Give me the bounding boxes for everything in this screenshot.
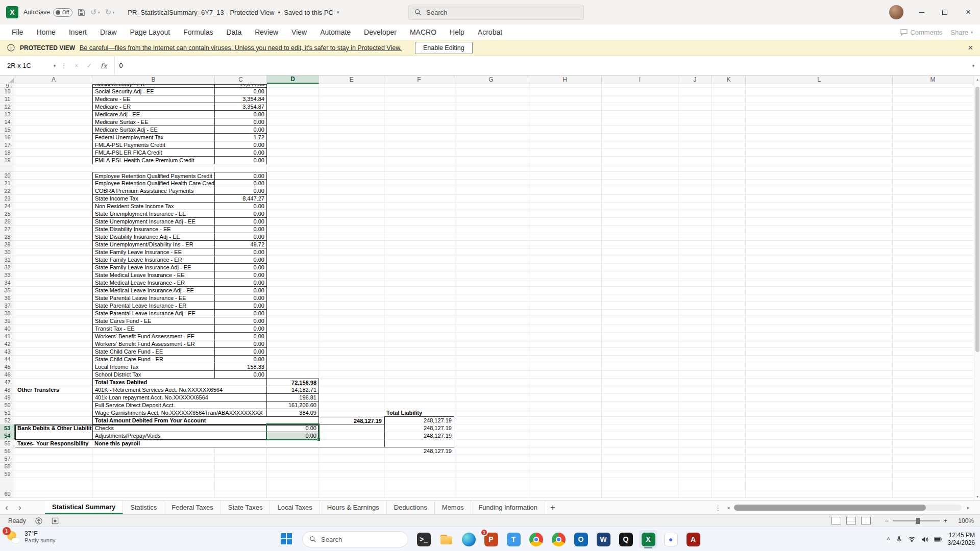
cell-J45[interactable] <box>678 363 712 371</box>
cell-A57[interactable] <box>15 455 92 463</box>
cell-G53[interactable] <box>454 424 528 432</box>
cell-K58[interactable] <box>712 463 746 470</box>
cell-A27[interactable] <box>15 226 92 233</box>
cell-D17[interactable] <box>267 141 319 149</box>
cell-J46[interactable] <box>678 371 712 379</box>
cell-F52[interactable]: 248,127.19 <box>384 417 454 424</box>
cell-M44[interactable] <box>893 356 973 363</box>
cell-L31[interactable] <box>746 256 893 264</box>
cell-K43[interactable] <box>712 348 746 356</box>
cell-D31[interactable] <box>267 256 319 264</box>
cell-G16[interactable] <box>454 134 528 141</box>
cell-E18[interactable] <box>319 149 384 157</box>
cell-empty[interactable] <box>678 478 712 490</box>
row-header-30[interactable]: 30 <box>0 248 15 256</box>
cell-A48[interactable]: Other Transfers <box>15 386 92 394</box>
cell-A29[interactable] <box>15 241 92 248</box>
cell-F35[interactable] <box>384 287 454 294</box>
microphone-icon[interactable] <box>896 536 902 543</box>
cell-A35[interactable] <box>15 287 92 294</box>
cell-D59[interactable] <box>267 470 319 478</box>
cell-I10[interactable] <box>602 88 678 95</box>
zoom-in-icon[interactable]: + <box>944 517 947 524</box>
cell-I15[interactable] <box>602 126 678 134</box>
taskbar-app-word[interactable]: W <box>594 530 612 548</box>
cell-empty[interactable] <box>893 164 973 172</box>
cell-J49[interactable] <box>678 394 712 402</box>
cell-I28[interactable] <box>602 233 678 241</box>
cell-F56[interactable]: 248,127.19 <box>384 447 454 455</box>
cell-B18[interactable]: FMLA-PSL ER FICA Credit <box>92 149 215 157</box>
save-button[interactable] <box>78 9 85 16</box>
cell-J18[interactable] <box>678 149 712 157</box>
cell-M54[interactable] <box>893 432 973 440</box>
cell-E42[interactable] <box>319 340 384 348</box>
cell-D9[interactable] <box>267 84 319 88</box>
weather-widget[interactable]: 1 37°F Partly sunny <box>6 530 56 544</box>
cell-H29[interactable] <box>528 241 602 248</box>
cell-F43[interactable] <box>384 348 454 356</box>
cell-K44[interactable] <box>712 356 746 363</box>
cell-A53[interactable]: Bank Debits & Other Liability <box>15 424 92 432</box>
cell-J12[interactable] <box>678 103 712 111</box>
row-header-20[interactable]: 20 <box>0 172 15 180</box>
cell-F12[interactable] <box>384 103 454 111</box>
cell-A20[interactable] <box>15 172 92 180</box>
cell-C9[interactable]: 14,544.53 <box>215 84 267 88</box>
cell-C43[interactable]: 0.00 <box>215 348 267 356</box>
cell-J22[interactable] <box>678 187 712 195</box>
cell-L30[interactable] <box>746 248 893 256</box>
cell-G60[interactable] <box>454 490 528 498</box>
cell-L36[interactable] <box>746 294 893 302</box>
cell-M27[interactable] <box>893 226 973 233</box>
cell-E14[interactable] <box>319 118 384 126</box>
row-header-15[interactable]: 15 <box>0 126 15 134</box>
cell-F14[interactable] <box>384 118 454 126</box>
cell-G59[interactable] <box>454 470 528 478</box>
row-header-28[interactable]: 28 <box>0 233 15 241</box>
enable-editing-button[interactable]: Enable Editing <box>415 42 473 54</box>
cell-J48[interactable] <box>678 386 712 394</box>
cell-B31[interactable]: State Family Leave Insurance - ER <box>92 256 215 264</box>
cell-A46[interactable] <box>15 371 92 379</box>
cell-M35[interactable] <box>893 287 973 294</box>
cell-H18[interactable] <box>528 149 602 157</box>
close-button[interactable]: × <box>957 0 980 24</box>
cell-A41[interactable] <box>15 333 92 340</box>
cell-M33[interactable] <box>893 271 973 279</box>
cell-G30[interactable] <box>454 248 528 256</box>
cell-M43[interactable] <box>893 348 973 356</box>
cell-I12[interactable] <box>602 103 678 111</box>
cell-D40[interactable] <box>267 325 319 333</box>
cell-F23[interactable] <box>384 195 454 203</box>
cell-G56[interactable] <box>454 447 528 455</box>
cell-M51[interactable] <box>893 409 973 417</box>
cell-J17[interactable] <box>678 141 712 149</box>
cell-J28[interactable] <box>678 233 712 241</box>
cell-G44[interactable] <box>454 356 528 363</box>
cell-L54[interactable] <box>746 432 893 440</box>
cell-K51[interactable] <box>712 409 746 417</box>
cell-F41[interactable] <box>384 333 454 340</box>
column-header-E[interactable]: E <box>319 76 384 84</box>
cell-J41[interactable] <box>678 333 712 340</box>
cell-H11[interactable] <box>528 95 602 103</box>
cell-F48[interactable] <box>384 386 454 394</box>
cell-J16[interactable] <box>678 134 712 141</box>
new-sheet-button[interactable]: + <box>545 500 560 514</box>
cell-F51[interactable]: Total Liability <box>384 409 454 417</box>
cell-E41[interactable] <box>319 333 384 340</box>
taskbar-app-edge[interactable] <box>459 530 478 548</box>
cell-K41[interactable] <box>712 333 746 340</box>
cell-L17[interactable] <box>746 141 893 149</box>
cell-F55[interactable] <box>384 440 454 447</box>
share-button[interactable]: Share ▾ <box>950 29 973 36</box>
cell-H34[interactable] <box>528 279 602 287</box>
cell-K22[interactable] <box>712 187 746 195</box>
row-header-47[interactable]: 47 <box>0 379 15 386</box>
cell-J37[interactable] <box>678 302 712 310</box>
cell-C45[interactable]: 158.33 <box>215 363 267 371</box>
cell-A60[interactable] <box>15 490 92 498</box>
cell-F37[interactable] <box>384 302 454 310</box>
cell-K20[interactable] <box>712 172 746 180</box>
